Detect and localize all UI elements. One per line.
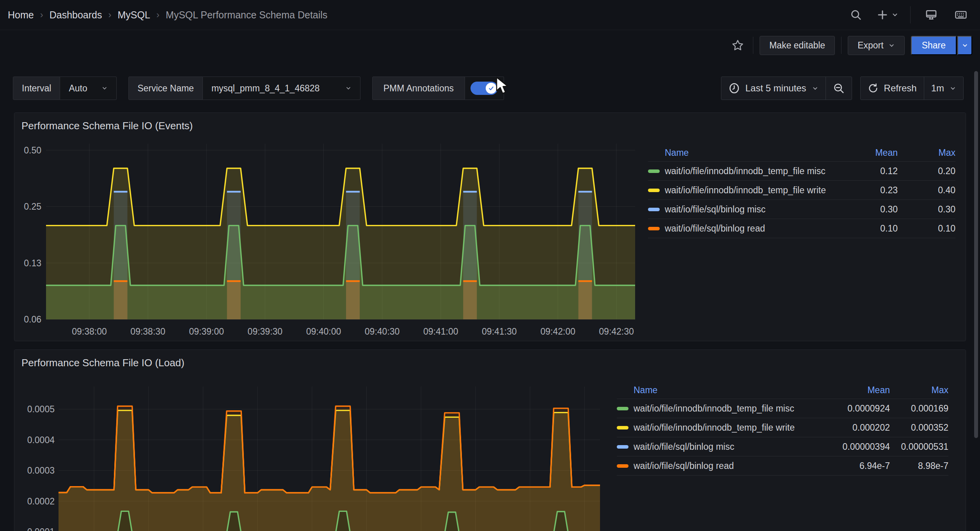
chevron-down-icon [962,42,968,49]
legend-series-name: wait/io/file/sql/binlog misc [665,204,835,215]
legend-series-name: wait/io/file/innodb/innodb_temp_file wri… [634,422,824,433]
legend-header-max[interactable]: Max [890,385,948,396]
breadcrumb: Home › Dashboards › MySQL › MySQL Perfor… [8,9,327,21]
refresh-icon [868,83,879,94]
legend-header-name[interactable]: Name [634,385,824,396]
refresh-interval-value: 1m [931,83,944,94]
legend-header-name[interactable]: Name [665,148,835,158]
breadcrumb-current-page: MySQL Performance Schema Details [166,9,328,21]
interval-variable: Interval Auto [13,77,117,100]
star-favorite-icon[interactable] [729,36,747,54]
legend-row[interactable]: wait/io/file/innodb/innodb_temp_file mis… [617,399,948,418]
series-color-swatch [617,464,628,468]
legend-header-row: NameMeanMax [617,381,948,399]
export-button[interactable]: Export [848,36,904,55]
keyboard-shortcuts-icon[interactable] [952,6,970,24]
dashboard-toolbar: Make editable Export Share [0,30,980,61]
legend-series-name: wait/io/file/innodb/innodb_temp_file mis… [665,166,835,176]
legend-series-max: 0.000352 [890,422,948,433]
make-editable-button[interactable]: Make editable [760,36,835,55]
legend-row[interactable]: wait/io/file/sql/binlog read6.94e-78.98e… [617,456,948,476]
legend-series-max: 0.20 [898,166,955,176]
legend-header-mean[interactable]: Mean [824,385,890,396]
legend-series-mean: 0.0000924 [824,403,890,414]
interval-label: Interval [13,77,60,100]
legend-series-name: wait/io/file/sql/binlog misc [634,442,824,452]
breadcrumb-separator: › [40,9,43,20]
toolbar-divider [753,37,753,54]
legend-row[interactable]: wait/io/file/innodb/innodb_temp_file mis… [648,162,955,181]
filter-bar: Interval Auto Service Name mysql_pmm_8_4… [13,77,964,100]
series-color-swatch [617,426,628,429]
breadcrumb-home[interactable]: Home [8,9,34,21]
refresh-interval-select[interactable]: 1m [924,77,963,100]
series-color-swatch [617,407,628,410]
chevron-down-icon [891,11,898,18]
time-range-label: Last 5 minutes [746,83,806,94]
page-scrollbar-thumb[interactable] [974,71,978,438]
pmm-annotations-toggle[interactable] [470,82,498,95]
share-menu-caret-button[interactable] [957,36,972,55]
legend-series-name: wait/io/file/sql/binlog read [634,461,824,471]
legend-row[interactable]: wait/io/file/innodb/innodb_temp_file wri… [617,418,948,437]
legend-series-mean: 0.000202 [824,422,890,433]
share-button[interactable]: Share [911,36,957,55]
legend-series-mean: 6.94e-7 [824,461,890,471]
legend-series-max: 0.40 [898,185,955,196]
series-color-swatch [617,445,628,449]
check-icon [488,85,494,91]
zoom-out-icon [833,82,845,94]
legend-row[interactable]: wait/io/file/innodb/innodb_temp_file wri… [648,181,955,200]
legend-series-mean: 0.12 [835,166,898,176]
legend-header-max[interactable]: Max [898,148,955,158]
chevron-down-icon [101,85,108,91]
top-nav: Home › Dashboards › MySQL › MySQL Perfor… [0,0,980,30]
service-name-value: mysql_pmm_8_4_1_46828 [211,83,320,94]
legend-row[interactable]: wait/io/file/sql/binlog read0.100.10 [648,219,955,238]
legend-header-mean[interactable]: Mean [835,148,898,158]
service-name-label: Service Name [128,77,202,100]
share-button-group: Share [911,36,972,55]
legend-series-mean: 0.10 [835,223,898,234]
series-color-swatch [648,169,660,173]
monitor-kiosk-icon[interactable] [922,6,940,24]
breadcrumb-mysql[interactable]: MySQL [118,9,150,21]
legend-series-mean: 0.30 [835,204,898,215]
legend-row[interactable]: wait/io/file/sql/binlog misc0.000003940.… [617,437,948,456]
refresh-button[interactable]: Refresh [861,77,924,100]
panel-performance-schema-file-io-events: Performance Schema File IO (Events) Name… [14,112,966,341]
legend-series-max: 0.10 [898,223,955,234]
panel-title[interactable]: Performance Schema File IO (Load) [21,357,185,369]
series-color-swatch [648,208,660,211]
search-icon[interactable] [847,6,865,24]
service-name-variable: Service Name mysql_pmm_8_4_1_46828 [128,77,360,100]
breadcrumb-dashboards[interactable]: Dashboards [50,9,102,21]
refresh-group: Refresh 1m [860,77,964,100]
service-name-select[interactable]: mysql_pmm_8_4_1_46828 [203,77,360,100]
toolbar-divider [841,37,842,54]
pmm-annotations-label: PMM Annotations [372,77,465,100]
series-color-swatch [648,227,660,230]
legend-series-max: 0.000169 [890,403,948,414]
refresh-label: Refresh [884,83,917,94]
legend-header-row: NameMeanMax [648,144,955,162]
series-color-swatch [648,189,660,192]
nav-divider [910,6,911,23]
legend-series-name: wait/io/file/sql/binlog read [665,223,835,234]
chevron-down-icon [888,42,895,49]
plus-icon [877,9,888,21]
mouse-cursor [495,77,513,97]
legend-row[interactable]: wait/io/file/sql/binlog misc0.300.30 [648,200,955,219]
time-range-picker[interactable]: Last 5 minutes [721,77,826,100]
legend-series-max: 0.00000531 [890,442,948,452]
interval-select[interactable]: Auto [60,77,117,100]
add-menu-button[interactable] [877,9,898,21]
panel-title[interactable]: Performance Schema File IO (Events) [21,120,193,132]
chevron-down-icon [812,85,818,92]
legend-table-events: NameMeanMaxwait/io/file/innodb/innodb_te… [648,144,955,238]
nav-actions [847,6,970,24]
zoom-out-button[interactable] [826,77,852,100]
pmm-annotations-control: PMM Annotations [372,77,504,100]
legend-table-load: NameMeanMaxwait/io/file/innodb/innodb_te… [617,381,948,476]
export-button-label: Export [858,40,883,51]
